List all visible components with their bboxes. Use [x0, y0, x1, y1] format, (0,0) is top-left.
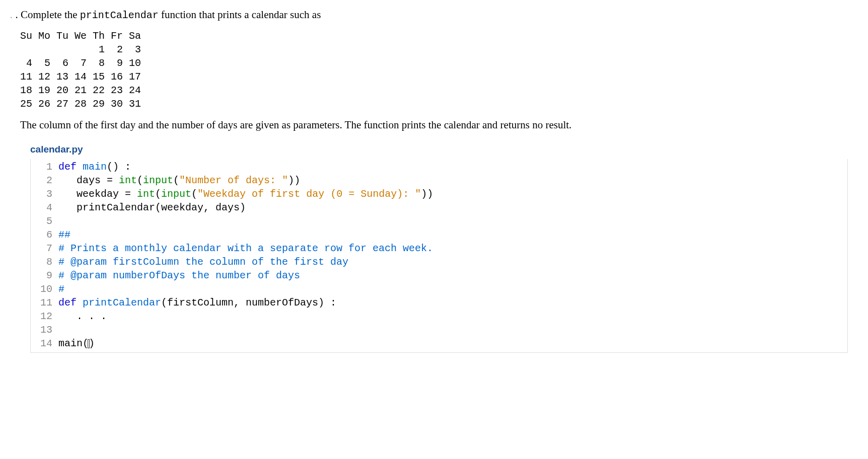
line-number: 6 [31, 228, 58, 242]
line-content[interactable]: # Prints a monthly calendar with a separ… [58, 242, 433, 255]
code-line[interactable]: 8# @param firstColumn the column of the … [31, 255, 847, 269]
line-content[interactable]: . . . [58, 310, 107, 323]
line-number: 9 [31, 269, 58, 282]
line-number: 8 [31, 255, 58, 269]
line-number: 10 [31, 282, 58, 296]
code-line[interactable]: 5 [31, 214, 847, 228]
line-content[interactable]: days = int(input("Number of days: ")) [58, 174, 300, 187]
line-number: 11 [31, 296, 58, 310]
intro-suffix: function that prints a calendar such as [159, 9, 321, 21]
code-line[interactable]: 11def printCalendar(firstColumn, numberO… [31, 296, 847, 310]
problem-intro: . . Complete the printCalendar function … [10, 8, 858, 22]
line-content[interactable]: weekday = int(input("Weekday of first da… [58, 187, 433, 201]
code-line[interactable]: 2 days = int(input("Number of days: ")) [31, 174, 847, 187]
line-content[interactable]: main() [58, 337, 95, 350]
code-line[interactable]: 7# Prints a monthly calendar with a sepa… [31, 242, 847, 255]
code-line[interactable]: 3 weekday = int(input("Weekday of first … [31, 187, 847, 201]
line-number: 2 [31, 174, 58, 187]
code-line[interactable]: 10# [31, 282, 847, 296]
line-content[interactable]: def main() : [58, 160, 131, 174]
line-content[interactable]: # @param firstColumn the column of the f… [58, 255, 348, 269]
line-content[interactable]: # @param numberOfDays the number of days [58, 269, 300, 282]
code-line[interactable]: 12 . . . [31, 310, 847, 323]
line-content[interactable]: printCalendar(weekday, days) [58, 201, 246, 214]
line-number: 12 [31, 310, 58, 323]
code-filename: calendar.py [30, 143, 858, 156]
code-line[interactable]: 14main() [31, 337, 847, 350]
intro-funcname: printCalendar [80, 10, 159, 21]
code-line[interactable]: 9# @param numberOfDays the number of day… [31, 269, 847, 282]
bullet-icon: . [10, 9, 13, 21]
code-line[interactable]: 4 printCalendar(weekday, days) [31, 201, 847, 214]
line-content[interactable]: def printCalendar(firstColumn, numberOfD… [58, 296, 336, 310]
code-line[interactable]: 13 [31, 323, 847, 337]
intro-text: . Complete the printCalendar function th… [16, 8, 321, 22]
calendar-example: Su Mo Tu We Th Fr Sa 1 2 3 4 5 6 7 8 9 1… [20, 29, 858, 111]
line-number: 7 [31, 242, 58, 255]
problem-description: The column of the first day and the numb… [20, 118, 858, 132]
line-content[interactable]: # [58, 282, 64, 296]
line-number: 3 [31, 187, 58, 201]
intro-prefix: . Complete the [16, 9, 80, 21]
line-content[interactable]: ## [58, 228, 70, 242]
line-number: 5 [31, 214, 58, 228]
line-number: 13 [31, 323, 58, 337]
line-number: 1 [31, 160, 58, 174]
code-line[interactable]: 6## [31, 228, 847, 242]
code-line[interactable]: 1def main() : [31, 160, 847, 174]
line-number: 14 [31, 337, 58, 350]
line-number: 4 [31, 201, 58, 214]
code-editor[interactable]: 1def main() :2 days = int(input("Number … [30, 159, 848, 353]
